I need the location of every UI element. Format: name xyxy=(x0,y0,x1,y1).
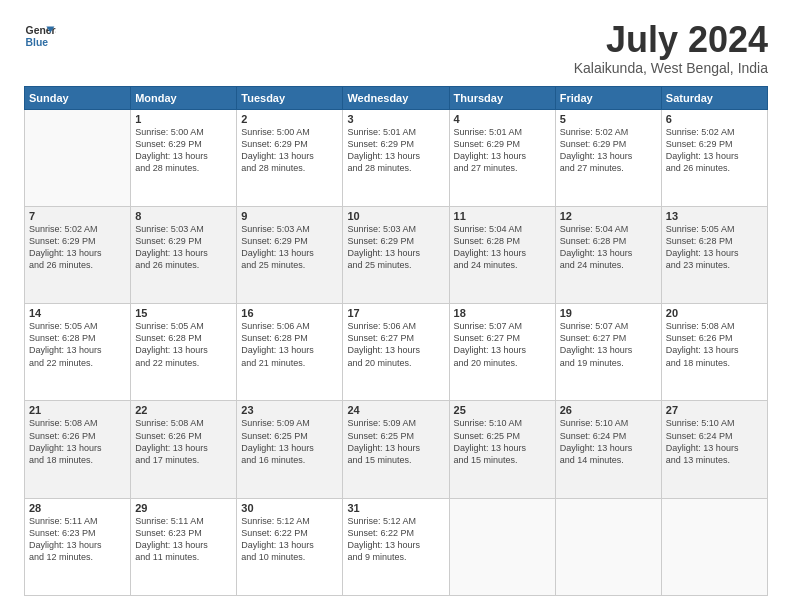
column-header-saturday: Saturday xyxy=(661,86,767,109)
calendar-cell: 10Sunrise: 5:03 AM Sunset: 6:29 PM Dayli… xyxy=(343,206,449,303)
week-row-2: 7Sunrise: 5:02 AM Sunset: 6:29 PM Daylig… xyxy=(25,206,768,303)
calendar-cell: 6Sunrise: 5:02 AM Sunset: 6:29 PM Daylig… xyxy=(661,109,767,206)
day-number: 2 xyxy=(241,113,338,125)
cell-info: Sunrise: 5:03 AM Sunset: 6:29 PM Dayligh… xyxy=(347,223,444,272)
day-number: 27 xyxy=(666,404,763,416)
column-header-monday: Monday xyxy=(131,86,237,109)
column-header-friday: Friday xyxy=(555,86,661,109)
calendar-cell: 12Sunrise: 5:04 AM Sunset: 6:28 PM Dayli… xyxy=(555,206,661,303)
calendar-cell xyxy=(449,498,555,595)
day-number: 17 xyxy=(347,307,444,319)
cell-info: Sunrise: 5:04 AM Sunset: 6:28 PM Dayligh… xyxy=(560,223,657,272)
calendar-cell: 24Sunrise: 5:09 AM Sunset: 6:25 PM Dayli… xyxy=(343,401,449,498)
day-number: 3 xyxy=(347,113,444,125)
calendar-cell xyxy=(555,498,661,595)
day-number: 21 xyxy=(29,404,126,416)
svg-text:Blue: Blue xyxy=(26,37,49,48)
day-number: 13 xyxy=(666,210,763,222)
cell-info: Sunrise: 5:10 AM Sunset: 6:24 PM Dayligh… xyxy=(666,417,763,466)
column-header-wednesday: Wednesday xyxy=(343,86,449,109)
day-number: 1 xyxy=(135,113,232,125)
day-number: 19 xyxy=(560,307,657,319)
calendar-cell xyxy=(25,109,131,206)
column-header-thursday: Thursday xyxy=(449,86,555,109)
cell-info: Sunrise: 5:11 AM Sunset: 6:23 PM Dayligh… xyxy=(29,515,126,564)
cell-info: Sunrise: 5:06 AM Sunset: 6:27 PM Dayligh… xyxy=(347,320,444,369)
cell-info: Sunrise: 5:08 AM Sunset: 6:26 PM Dayligh… xyxy=(29,417,126,466)
cell-info: Sunrise: 5:03 AM Sunset: 6:29 PM Dayligh… xyxy=(135,223,232,272)
cell-info: Sunrise: 5:07 AM Sunset: 6:27 PM Dayligh… xyxy=(560,320,657,369)
cell-info: Sunrise: 5:12 AM Sunset: 6:22 PM Dayligh… xyxy=(241,515,338,564)
calendar-cell: 28Sunrise: 5:11 AM Sunset: 6:23 PM Dayli… xyxy=(25,498,131,595)
day-number: 29 xyxy=(135,502,232,514)
calendar-cell: 25Sunrise: 5:10 AM Sunset: 6:25 PM Dayli… xyxy=(449,401,555,498)
cell-info: Sunrise: 5:05 AM Sunset: 6:28 PM Dayligh… xyxy=(666,223,763,272)
calendar-cell: 8Sunrise: 5:03 AM Sunset: 6:29 PM Daylig… xyxy=(131,206,237,303)
calendar-cell: 31Sunrise: 5:12 AM Sunset: 6:22 PM Dayli… xyxy=(343,498,449,595)
day-number: 26 xyxy=(560,404,657,416)
column-header-sunday: Sunday xyxy=(25,86,131,109)
day-number: 23 xyxy=(241,404,338,416)
title-block: July 2024 Kalaikunda, West Bengal, India xyxy=(574,20,768,76)
day-number: 15 xyxy=(135,307,232,319)
calendar-table: SundayMondayTuesdayWednesdayThursdayFrid… xyxy=(24,86,768,596)
cell-info: Sunrise: 5:04 AM Sunset: 6:28 PM Dayligh… xyxy=(454,223,551,272)
day-number: 14 xyxy=(29,307,126,319)
cell-info: Sunrise: 5:05 AM Sunset: 6:28 PM Dayligh… xyxy=(135,320,232,369)
day-number: 6 xyxy=(666,113,763,125)
cell-info: Sunrise: 5:09 AM Sunset: 6:25 PM Dayligh… xyxy=(241,417,338,466)
calendar-cell: 4Sunrise: 5:01 AM Sunset: 6:29 PM Daylig… xyxy=(449,109,555,206)
calendar-cell: 27Sunrise: 5:10 AM Sunset: 6:24 PM Dayli… xyxy=(661,401,767,498)
logo: General Blue xyxy=(24,20,56,52)
cell-info: Sunrise: 5:11 AM Sunset: 6:23 PM Dayligh… xyxy=(135,515,232,564)
calendar-cell: 11Sunrise: 5:04 AM Sunset: 6:28 PM Dayli… xyxy=(449,206,555,303)
cell-info: Sunrise: 5:08 AM Sunset: 6:26 PM Dayligh… xyxy=(135,417,232,466)
header-row: SundayMondayTuesdayWednesdayThursdayFrid… xyxy=(25,86,768,109)
cell-info: Sunrise: 5:02 AM Sunset: 6:29 PM Dayligh… xyxy=(560,126,657,175)
calendar-cell: 30Sunrise: 5:12 AM Sunset: 6:22 PM Dayli… xyxy=(237,498,343,595)
location: Kalaikunda, West Bengal, India xyxy=(574,60,768,76)
calendar-cell: 5Sunrise: 5:02 AM Sunset: 6:29 PM Daylig… xyxy=(555,109,661,206)
cell-info: Sunrise: 5:02 AM Sunset: 6:29 PM Dayligh… xyxy=(666,126,763,175)
cell-info: Sunrise: 5:03 AM Sunset: 6:29 PM Dayligh… xyxy=(241,223,338,272)
calendar-cell: 2Sunrise: 5:00 AM Sunset: 6:29 PM Daylig… xyxy=(237,109,343,206)
column-header-tuesday: Tuesday xyxy=(237,86,343,109)
calendar-cell: 17Sunrise: 5:06 AM Sunset: 6:27 PM Dayli… xyxy=(343,304,449,401)
calendar-cell: 15Sunrise: 5:05 AM Sunset: 6:28 PM Dayli… xyxy=(131,304,237,401)
day-number: 28 xyxy=(29,502,126,514)
cell-info: Sunrise: 5:00 AM Sunset: 6:29 PM Dayligh… xyxy=(241,126,338,175)
month-title: July 2024 xyxy=(574,20,768,60)
day-number: 16 xyxy=(241,307,338,319)
calendar-cell: 7Sunrise: 5:02 AM Sunset: 6:29 PM Daylig… xyxy=(25,206,131,303)
day-number: 20 xyxy=(666,307,763,319)
calendar-cell: 29Sunrise: 5:11 AM Sunset: 6:23 PM Dayli… xyxy=(131,498,237,595)
day-number: 22 xyxy=(135,404,232,416)
week-row-1: 1Sunrise: 5:00 AM Sunset: 6:29 PM Daylig… xyxy=(25,109,768,206)
cell-info: Sunrise: 5:05 AM Sunset: 6:28 PM Dayligh… xyxy=(29,320,126,369)
day-number: 7 xyxy=(29,210,126,222)
week-row-3: 14Sunrise: 5:05 AM Sunset: 6:28 PM Dayli… xyxy=(25,304,768,401)
day-number: 18 xyxy=(454,307,551,319)
day-number: 5 xyxy=(560,113,657,125)
week-row-4: 21Sunrise: 5:08 AM Sunset: 6:26 PM Dayli… xyxy=(25,401,768,498)
cell-info: Sunrise: 5:00 AM Sunset: 6:29 PM Dayligh… xyxy=(135,126,232,175)
calendar-cell: 21Sunrise: 5:08 AM Sunset: 6:26 PM Dayli… xyxy=(25,401,131,498)
cell-info: Sunrise: 5:10 AM Sunset: 6:25 PM Dayligh… xyxy=(454,417,551,466)
logo-icon: General Blue xyxy=(24,20,56,52)
cell-info: Sunrise: 5:06 AM Sunset: 6:28 PM Dayligh… xyxy=(241,320,338,369)
day-number: 11 xyxy=(454,210,551,222)
calendar-cell: 22Sunrise: 5:08 AM Sunset: 6:26 PM Dayli… xyxy=(131,401,237,498)
cell-info: Sunrise: 5:09 AM Sunset: 6:25 PM Dayligh… xyxy=(347,417,444,466)
calendar-cell: 14Sunrise: 5:05 AM Sunset: 6:28 PM Dayli… xyxy=(25,304,131,401)
day-number: 31 xyxy=(347,502,444,514)
page: General Blue July 2024 Kalaikunda, West … xyxy=(0,0,792,612)
week-row-5: 28Sunrise: 5:11 AM Sunset: 6:23 PM Dayli… xyxy=(25,498,768,595)
day-number: 8 xyxy=(135,210,232,222)
calendar-cell xyxy=(661,498,767,595)
day-number: 12 xyxy=(560,210,657,222)
cell-info: Sunrise: 5:12 AM Sunset: 6:22 PM Dayligh… xyxy=(347,515,444,564)
cell-info: Sunrise: 5:08 AM Sunset: 6:26 PM Dayligh… xyxy=(666,320,763,369)
day-number: 30 xyxy=(241,502,338,514)
day-number: 25 xyxy=(454,404,551,416)
header: General Blue July 2024 Kalaikunda, West … xyxy=(24,20,768,76)
